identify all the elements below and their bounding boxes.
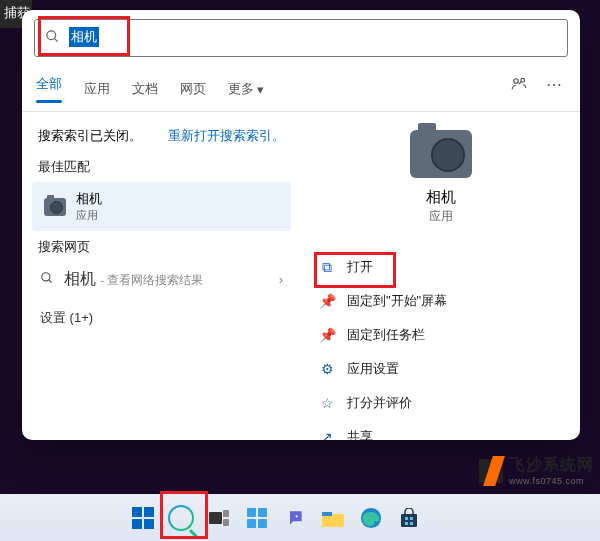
web-search-result[interactable]: 相机 - 查看网络搜索结果 › <box>28 260 295 299</box>
watermark-name: 飞沙系统网 <box>509 455 594 476</box>
widgets-button[interactable] <box>244 505 270 531</box>
svg-rect-17 <box>401 514 417 527</box>
tab-all[interactable]: 全部 <box>36 75 62 103</box>
best-match-subtitle: 应用 <box>76 208 102 223</box>
file-explorer-button[interactable] <box>320 505 346 531</box>
svg-rect-8 <box>223 519 229 526</box>
svg-line-1 <box>54 38 57 41</box>
settings-results[interactable]: 设置 (1+) <box>28 299 295 337</box>
action-share[interactable]: ↗共享 <box>301 420 580 440</box>
edge-button[interactable] <box>358 505 384 531</box>
gear-icon: ⚙ <box>319 361 335 377</box>
search-icon <box>35 29 69 47</box>
svg-rect-18 <box>405 517 408 520</box>
search-selected-text: 相机 <box>69 27 99 47</box>
detail-pane: 相机 应用 ⧉打开 📌固定到"开始"屏幕 📌固定到任务栏 ⚙应用设置 ☆打分并评… <box>301 112 580 434</box>
svg-point-0 <box>46 31 55 40</box>
svg-rect-6 <box>209 512 222 524</box>
search-icon <box>168 505 194 531</box>
tab-more[interactable]: 更多▾ <box>228 80 264 98</box>
search-input[interactable] <box>69 20 567 56</box>
action-app-settings[interactable]: ⚙应用设置 <box>301 352 580 386</box>
svg-rect-7 <box>223 510 229 517</box>
pin-icon: 📌 <box>319 293 335 309</box>
task-view-button[interactable] <box>206 505 232 531</box>
svg-rect-10 <box>258 508 267 517</box>
notice-text: 搜索索引已关闭。 <box>38 128 142 145</box>
web-search-term: 相机 <box>64 270 96 287</box>
star-icon: ☆ <box>319 395 335 411</box>
chat-button[interactable] <box>282 505 308 531</box>
svg-rect-12 <box>258 519 267 528</box>
chevron-down-icon: ▾ <box>257 82 264 97</box>
web-search-hint: 查看网络搜索结果 <box>107 274 203 286</box>
search-tabs: 全部 应用 文档 网页 更多▾ ⋯ <box>36 75 580 103</box>
options-icon[interactable]: ⋯ <box>546 75 562 97</box>
svg-point-13 <box>296 515 298 517</box>
search-box[interactable]: 相机 <box>34 19 568 57</box>
watermark-url: www.fs0745.com <box>509 476 594 486</box>
section-web: 搜索网页 <box>28 233 295 260</box>
account-link-icon[interactable] <box>510 75 528 97</box>
pin-icon: 📌 <box>319 327 335 343</box>
detail-subtitle: 应用 <box>301 209 580 224</box>
results-pane: 搜索索引已关闭。 重新打开搜索索引。 最佳匹配 相机 应用 搜索网页 相机 - … <box>22 112 301 434</box>
svg-point-3 <box>521 78 525 82</box>
camera-icon <box>44 198 66 216</box>
windows-icon <box>132 507 154 529</box>
svg-rect-21 <box>410 522 413 525</box>
section-best-match: 最佳匹配 <box>28 153 295 180</box>
svg-point-2 <box>514 79 519 84</box>
search-icon <box>40 271 54 289</box>
svg-rect-20 <box>405 522 408 525</box>
taskbar <box>0 494 600 541</box>
chevron-right-icon: › <box>279 272 283 287</box>
share-icon: ↗ <box>319 429 335 440</box>
camera-large-icon <box>410 130 472 178</box>
svg-line-5 <box>49 279 52 282</box>
windows-search-panel: 相机 全部 应用 文档 网页 更多▾ ⋯ 搜索索引已关闭。 重新打开搜索索引。 … <box>22 10 580 440</box>
index-off-notice: 搜索索引已关闭。 重新打开搜索索引。 <box>28 120 295 153</box>
svg-rect-11 <box>247 519 256 528</box>
open-icon: ⧉ <box>319 259 335 276</box>
best-match-camera[interactable]: 相机 应用 <box>32 182 291 231</box>
start-button[interactable] <box>130 505 156 531</box>
store-button[interactable] <box>396 505 422 531</box>
tab-apps[interactable]: 应用 <box>84 80 110 98</box>
tab-documents[interactable]: 文档 <box>132 80 158 98</box>
taskbar-search-button[interactable] <box>168 505 194 531</box>
action-open[interactable]: ⧉打开 <box>301 250 580 284</box>
svg-rect-9 <box>247 508 256 517</box>
svg-rect-19 <box>410 517 413 520</box>
detail-title: 相机 <box>301 188 580 207</box>
watermark-logo <box>479 459 503 483</box>
action-pin-start[interactable]: 📌固定到"开始"屏幕 <box>301 284 580 318</box>
action-rate[interactable]: ☆打分并评价 <box>301 386 580 420</box>
watermark: 飞沙系统网 www.fs0745.com <box>479 455 594 486</box>
action-pin-taskbar[interactable]: 📌固定到任务栏 <box>301 318 580 352</box>
reopen-index-link[interactable]: 重新打开搜索索引。 <box>168 128 285 145</box>
tab-web[interactable]: 网页 <box>180 80 206 98</box>
best-match-title: 相机 <box>76 190 102 208</box>
svg-rect-15 <box>322 512 332 516</box>
svg-point-4 <box>42 272 50 280</box>
